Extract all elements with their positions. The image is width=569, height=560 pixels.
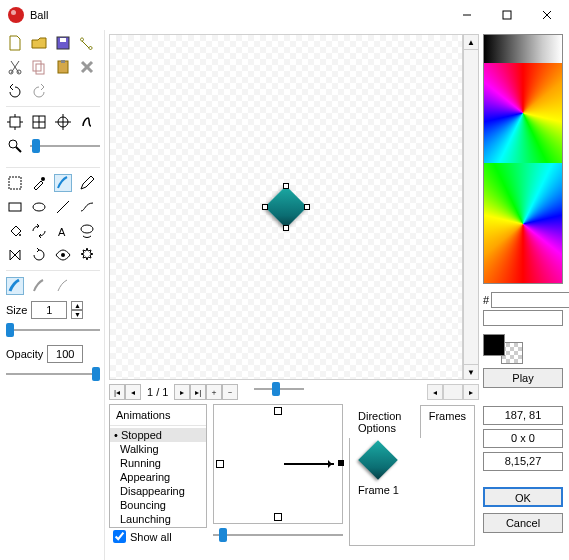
hscroll-left[interactable]: ◂ xyxy=(427,384,443,400)
handle-bottom[interactable] xyxy=(283,225,289,231)
opacity-input[interactable] xyxy=(47,345,83,363)
ellipse-tool-icon[interactable] xyxy=(30,198,48,216)
brush-soft-icon[interactable] xyxy=(6,277,24,295)
rotate-tool-icon[interactable] xyxy=(30,246,48,264)
animation-item[interactable]: Appearing xyxy=(110,470,206,484)
new-icon[interactable] xyxy=(6,34,24,52)
delete-icon[interactable] xyxy=(78,58,96,76)
animation-item[interactable]: Running xyxy=(110,456,206,470)
open-icon[interactable] xyxy=(30,34,48,52)
alpha-icon[interactable] xyxy=(78,113,96,131)
brush-mid-icon[interactable] xyxy=(30,277,48,295)
svg-point-35 xyxy=(61,253,65,257)
svg-text:A: A xyxy=(58,226,66,238)
tab-bar: Direction Options Frames xyxy=(349,404,475,438)
frame-first-button[interactable]: |◂ xyxy=(109,384,125,400)
svg-point-6 xyxy=(9,70,13,74)
line-tool-icon[interactable] xyxy=(54,198,72,216)
brush-tool-icon[interactable] xyxy=(54,174,72,192)
direction-canvas[interactable] xyxy=(213,404,343,524)
maximize-button[interactable] xyxy=(487,0,527,30)
cut-icon[interactable] xyxy=(6,58,24,76)
frame-zoom-slider[interactable] xyxy=(254,382,304,396)
svg-rect-1 xyxy=(503,11,511,19)
paste-icon[interactable] xyxy=(54,58,72,76)
save-icon[interactable] xyxy=(54,34,72,52)
opacity-slider[interactable] xyxy=(6,367,100,381)
color-preview xyxy=(483,310,563,326)
size-slider[interactable] xyxy=(6,323,100,337)
minimize-button[interactable] xyxy=(447,0,487,30)
eye-tool-icon[interactable] xyxy=(54,246,72,264)
direction-endpoint[interactable] xyxy=(338,460,344,466)
pencil-tool-icon[interactable] xyxy=(78,174,96,192)
animation-item[interactable]: Walking xyxy=(110,442,206,456)
hscroll-right[interactable]: ▸ xyxy=(463,384,479,400)
redo-icon[interactable] xyxy=(30,82,48,100)
frame-next-button[interactable]: ▸ xyxy=(174,384,190,400)
size-spinner[interactable]: ▲▼ xyxy=(71,301,83,319)
tab-frames[interactable]: Frames xyxy=(420,405,475,438)
color-palette[interactable] xyxy=(483,34,563,284)
grid-icon[interactable] xyxy=(30,113,48,131)
bone-icon[interactable] xyxy=(78,34,96,52)
sprite-canvas[interactable] xyxy=(109,34,463,380)
curve-tool-icon[interactable] xyxy=(78,198,96,216)
direction-arrow xyxy=(284,463,334,465)
frame-remove-button[interactable]: － xyxy=(222,384,238,400)
size-input[interactable] xyxy=(31,301,67,319)
frame-add-button[interactable]: ＋ xyxy=(206,384,222,400)
brush-hard-icon[interactable] xyxy=(54,277,72,295)
tab-direction-options[interactable]: Direction Options xyxy=(349,405,420,438)
animation-item[interactable]: Launching xyxy=(110,512,206,526)
rect-tool-icon[interactable] xyxy=(6,198,24,216)
handle-top[interactable] xyxy=(283,183,289,189)
frame-last-button[interactable]: ▸| xyxy=(190,384,206,400)
dir-handle-top[interactable] xyxy=(274,407,282,415)
fg-color[interactable] xyxy=(483,334,505,356)
copy-icon[interactable] xyxy=(30,58,48,76)
zoom-icon[interactable] xyxy=(6,137,24,155)
dir-handle-left[interactable] xyxy=(216,460,224,468)
frames-panel: Frame 1 xyxy=(349,438,475,546)
wand-tool-icon[interactable] xyxy=(78,222,96,240)
svg-rect-29 xyxy=(9,203,21,211)
handle-right[interactable] xyxy=(304,204,310,210)
show-all-input[interactable] xyxy=(113,530,126,543)
close-button[interactable] xyxy=(527,0,567,30)
animations-heading: Animations xyxy=(110,405,206,426)
frame-label: Frame 1 xyxy=(358,484,466,496)
frame-thumbnail[interactable] xyxy=(358,440,398,480)
svg-point-25 xyxy=(9,140,17,148)
frame-prev-button[interactable]: ◂ xyxy=(125,384,141,400)
zoom-slider[interactable] xyxy=(30,139,100,153)
options-tool-icon[interactable] xyxy=(78,246,96,264)
text-tool-icon[interactable]: A xyxy=(54,222,72,240)
svg-rect-8 xyxy=(33,61,41,71)
animation-item[interactable]: Bouncing xyxy=(110,498,206,512)
cancel-button[interactable]: Cancel xyxy=(483,513,563,533)
dir-handle-bottom[interactable] xyxy=(274,513,282,521)
fg-bg-swatch[interactable] xyxy=(483,334,523,364)
crop-icon[interactable] xyxy=(6,113,24,131)
animation-item[interactable]: Disappearing xyxy=(110,484,206,498)
replace-tool-icon[interactable] xyxy=(30,222,48,240)
show-all-checkbox[interactable]: Show all xyxy=(109,528,207,545)
ok-button[interactable]: OK xyxy=(483,487,563,507)
target-icon[interactable] xyxy=(54,113,72,131)
hex-input[interactable] xyxy=(491,292,569,308)
undo-icon[interactable] xyxy=(6,82,24,100)
handle-left[interactable] xyxy=(262,204,268,210)
play-button[interactable]: Play xyxy=(483,368,563,388)
hscroll-track[interactable] xyxy=(443,384,463,400)
flip-tool-icon[interactable] xyxy=(6,246,24,264)
vertical-scrollbar[interactable]: ▲▼ xyxy=(463,34,479,380)
picker-tool-icon[interactable] xyxy=(30,174,48,192)
select-tool-icon[interactable] xyxy=(6,174,24,192)
window-title: Ball xyxy=(30,9,447,21)
animations-list[interactable]: • Stopped Walking Running Appearing Disa… xyxy=(110,426,206,527)
animation-item[interactable]: • Stopped xyxy=(110,428,206,442)
fill-tool-icon[interactable] xyxy=(6,222,24,240)
sprite-object[interactable] xyxy=(265,186,307,228)
direction-slider[interactable] xyxy=(213,528,343,542)
